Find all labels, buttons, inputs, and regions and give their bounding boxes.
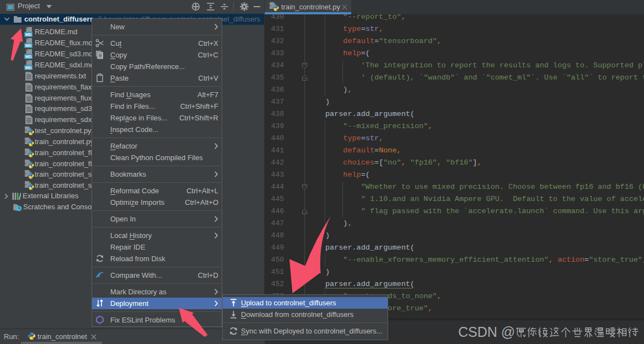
svg-text:MD: MD — [25, 32, 32, 37]
svg-text:MD: MD — [25, 65, 32, 70]
svg-text:MD: MD — [25, 43, 32, 48]
svg-text:MD: MD — [25, 54, 32, 59]
